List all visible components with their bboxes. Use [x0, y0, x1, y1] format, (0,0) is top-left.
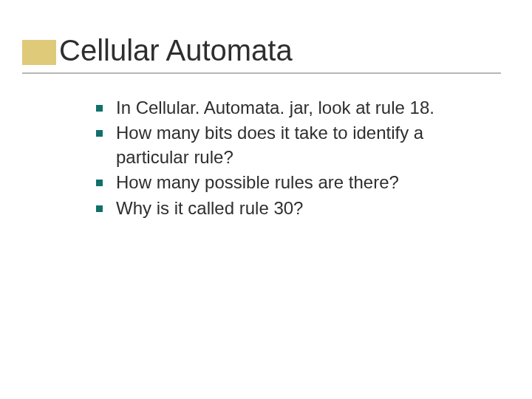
slide-body: In Cellular. Automata. jar, look at rule…	[96, 96, 488, 222]
square-bullet-icon	[96, 105, 103, 112]
bullet-text: How many possible rules are there?	[116, 171, 399, 194]
accent-square	[22, 40, 56, 65]
list-item: In Cellular. Automata. jar, look at rule…	[96, 96, 488, 120]
square-bullet-icon	[96, 180, 103, 186]
list-item: How many bits does it take to identify a…	[96, 121, 488, 169]
list-item: Why is it called rule 30?	[96, 197, 488, 220]
bullet-text: Why is it called rule 30?	[116, 197, 303, 220]
square-bullet-icon	[96, 205, 103, 212]
bullet-text: In Cellular. Automata. jar, look at rule…	[116, 96, 434, 120]
square-bullet-icon	[96, 130, 103, 137]
bullet-text: How many bits does it take to identify a…	[116, 121, 488, 169]
slide-title: Cellular Automata	[59, 34, 495, 66]
title-area: Cellular Automata	[59, 34, 495, 69]
list-item: How many possible rules are there?	[96, 171, 488, 194]
title-underline	[22, 72, 501, 74]
slide: Cellular Automata In Cellular. Automata.…	[0, 0, 532, 399]
